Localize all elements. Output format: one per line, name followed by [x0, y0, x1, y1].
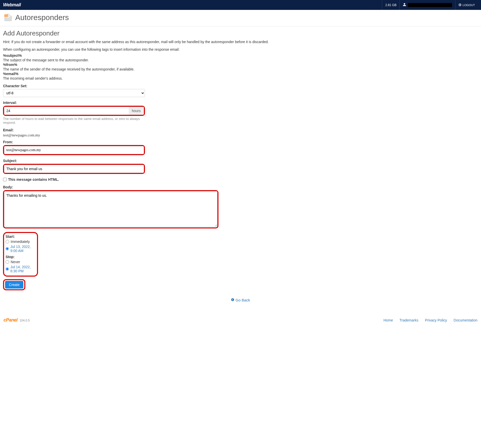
- start-immediately-label: Immediately: [11, 240, 30, 244]
- app-logo[interactable]: Webmail: [3, 2, 21, 8]
- body-highlight: [3, 190, 218, 228]
- go-back-link[interactable]: Go Back: [3, 290, 478, 305]
- logout-label: LOGOUT: [462, 4, 475, 7]
- stop-never-line[interactable]: Never: [6, 260, 35, 264]
- tags-intro: When configuring an autoresponder, you c…: [3, 47, 478, 51]
- tag-subject-desc: The subject of the message sent to the a…: [3, 58, 478, 62]
- startstop-highlight: Start: Immediately Jul 13, 2022, 9:00 AM…: [3, 232, 38, 277]
- subject-highlight: [3, 164, 145, 174]
- start-label: Start:: [6, 235, 35, 239]
- footer: cPanel 104.0.5 Home Trademarks Privacy P…: [0, 313, 481, 333]
- storage-size: 2.81 GB: [382, 0, 399, 10]
- body-label: Body:: [3, 185, 218, 189]
- hint-text: Hint: If you do not create a forwarder o…: [3, 40, 478, 44]
- subject-label: Subject:: [3, 159, 145, 163]
- tag-email-name: %email%: [3, 72, 18, 76]
- section-title: Add Autoresponder: [3, 29, 478, 37]
- interval-help: The number of hours to wait between resp…: [3, 117, 145, 124]
- interval-highlight: hours: [3, 106, 145, 116]
- interval-label: Interval:: [3, 101, 145, 105]
- create-highlight: Create: [3, 279, 25, 290]
- start-immediately-radio[interactable]: [6, 240, 9, 243]
- cpanel-logo: cPanel: [4, 317, 17, 323]
- footer-docs-link[interactable]: Documentation: [454, 318, 477, 322]
- go-back-label: Go Back: [235, 298, 250, 302]
- tag-subject-name: %subject%: [3, 53, 22, 58]
- svg-text:AUTO: AUTO: [4, 15, 8, 16]
- from-label: From:: [3, 140, 145, 144]
- autoresponder-icon: AUTO: [3, 12, 13, 23]
- from-input[interactable]: [4, 146, 144, 154]
- body-textarea[interactable]: [4, 191, 217, 227]
- email-label: Email:: [3, 128, 145, 132]
- tag-from-name: %from%: [3, 63, 17, 67]
- stop-custom-line[interactable]: Jul 14, 2022, 6:30 PM: [6, 265, 35, 273]
- start-custom-line[interactable]: Jul 13, 2022, 9:00 AM: [6, 245, 35, 253]
- charset-select[interactable]: utf-8: [3, 89, 145, 97]
- html-checkbox-line[interactable]: This message contains HTML.: [3, 177, 478, 182]
- tags-description: %subject% The subject of the message sen…: [3, 53, 478, 80]
- svg-point-5: [231, 298, 234, 301]
- logout-icon: [458, 3, 461, 7]
- interval-input[interactable]: [4, 107, 129, 115]
- charset-label: Character Set:: [3, 84, 145, 88]
- tag-email-desc: The incoming email sender's address.: [3, 76, 478, 80]
- start-immediately-line[interactable]: Immediately: [6, 240, 35, 244]
- html-checkbox[interactable]: [3, 178, 7, 181]
- from-highlight: [3, 145, 145, 155]
- go-back-icon: [231, 298, 234, 302]
- topbar: Webmail 2.81 GB LOGOUT: [0, 0, 481, 10]
- start-custom-date[interactable]: Jul 13, 2022, 9:00 AM: [10, 245, 35, 253]
- user-menu[interactable]: [399, 0, 455, 10]
- footer-trademarks-link[interactable]: Trademarks: [400, 318, 418, 322]
- stop-never-label: Never: [11, 260, 20, 264]
- user-icon: [403, 3, 406, 7]
- footer-home-link[interactable]: Home: [383, 318, 393, 322]
- logout-button[interactable]: LOGOUT: [455, 0, 478, 10]
- email-value: test@newpages.com.my: [3, 133, 50, 137]
- subject-input[interactable]: [4, 165, 144, 173]
- create-button[interactable]: Create: [5, 281, 23, 289]
- html-checkbox-label: This message contains HTML.: [8, 177, 59, 182]
- user-email-redacted: [408, 3, 452, 7]
- cpanel-version: 104.0.5: [20, 319, 30, 322]
- footer-privacy-link[interactable]: Privacy Policy: [425, 318, 447, 322]
- stop-never-radio[interactable]: [6, 260, 9, 264]
- page-title: Autoresponders: [15, 13, 69, 22]
- stop-custom-date[interactable]: Jul 14, 2022, 6:30 PM: [10, 265, 35, 273]
- stop-label: Stop:: [6, 255, 35, 259]
- stop-custom-radio[interactable]: [6, 267, 9, 271]
- tag-from-desc: The name of the sender of the message re…: [3, 67, 478, 71]
- page-header: AUTO Autoresponders: [0, 10, 481, 26]
- start-custom-radio[interactable]: [6, 247, 9, 250]
- interval-unit: hours: [129, 107, 144, 115]
